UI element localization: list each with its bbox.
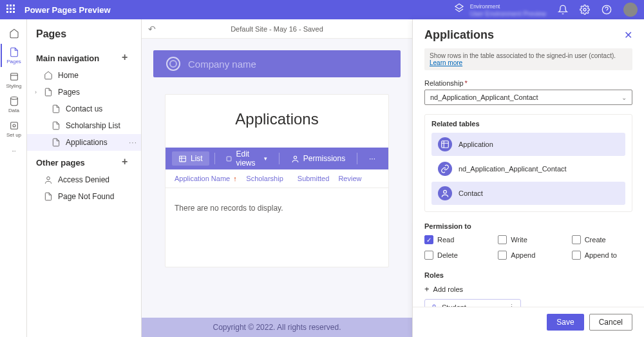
company-logo-icon <box>166 57 180 71</box>
perm-create[interactable]: Create <box>572 235 632 244</box>
learn-more-link[interactable]: Learn more <box>430 59 462 66</box>
perm-append[interactable]: Append <box>498 251 558 260</box>
toolbar-permissions[interactable]: Permissions <box>285 151 352 166</box>
toolbar-more[interactable]: ··· <box>363 151 382 166</box>
user-avatar[interactable] <box>623 3 638 17</box>
side-heading: Pages <box>27 19 141 46</box>
info-bar: Show rows in the table associated to the… <box>424 48 632 70</box>
table-permission-panel: Applications ✕ Show rows in the table as… <box>412 19 644 337</box>
svg-point-0 <box>583 8 586 11</box>
svg-rect-10 <box>442 141 449 148</box>
rail-setup[interactable]: Set up <box>1 117 26 140</box>
environment-picker[interactable]: Environment User Environment Preview <box>454 3 546 17</box>
help-icon[interactable] <box>601 5 612 15</box>
svg-point-3 <box>10 97 17 99</box>
panel-title: Applications <box>424 28 494 42</box>
nav-applications[interactable]: Applications··· <box>27 134 141 151</box>
add-other-page-icon[interactable] <box>122 157 132 168</box>
cancel-button[interactable]: Cancel <box>589 314 632 331</box>
undo-icon[interactable]: ↶ <box>148 24 156 34</box>
related-link[interactable]: nd_Application_Applicant_Contact <box>431 157 625 180</box>
svg-point-9 <box>294 156 296 159</box>
rail-more[interactable]: ··· <box>1 142 26 160</box>
nav-contact[interactable]: Contact us <box>27 101 141 117</box>
perm-delete[interactable]: Delete <box>424 251 485 260</box>
perm-appendto[interactable]: Append to <box>572 251 632 260</box>
side-section-other: Other pages <box>27 151 141 171</box>
perm-read[interactable]: ✓Read <box>424 235 485 244</box>
app-title: Power Pages Preview <box>24 5 111 15</box>
permission-heading: Permission to <box>424 222 632 230</box>
nav-access-denied[interactable]: Access Denied <box>27 171 141 188</box>
toolbar-list[interactable]: List <box>172 151 209 166</box>
breadcrumb: Default Site - May 16 - Saved <box>231 25 323 33</box>
table-empty: There are no records to display. <box>166 188 388 228</box>
svg-point-5 <box>13 124 15 127</box>
nav-pages[interactable]: ›Pages <box>27 84 141 101</box>
chevron-right-icon: › <box>35 89 37 95</box>
table-header: Application Name ↑ Scholarship Submitted… <box>166 169 388 188</box>
nav-not-found[interactable]: Page Not Found <box>27 188 141 205</box>
relationship-label: Relationship* <box>424 79 632 87</box>
env-name: User Environment Preview <box>470 10 546 17</box>
sort-asc-icon[interactable]: ↑ <box>233 175 237 182</box>
company-name: Company name <box>188 59 256 70</box>
perm-write[interactable]: Write <box>498 235 558 244</box>
toolbar-edit-views[interactable]: Edit views▾ <box>220 147 274 170</box>
add-page-icon[interactable] <box>122 53 132 63</box>
related-contact[interactable]: Contact <box>431 182 625 205</box>
svg-point-6 <box>47 177 50 180</box>
side-section-main: Main navigation <box>27 46 141 67</box>
related-tables-heading: Related tables <box>431 120 625 128</box>
env-label: Environment <box>470 3 500 10</box>
svg-rect-8 <box>227 157 232 161</box>
svg-point-11 <box>444 190 447 193</box>
rail-styling[interactable]: Styling <box>1 68 26 91</box>
nav-home[interactable]: Home <box>27 67 141 84</box>
rail-data[interactable]: Data <box>1 93 26 116</box>
settings-icon[interactable] <box>580 5 590 15</box>
page-title: Applications <box>166 95 388 148</box>
relationship-select[interactable]: nd_Application_Applicant_Contact⌄ <box>424 90 632 105</box>
rail-home[interactable] <box>1 24 26 43</box>
rail-pages[interactable]: Pages <box>1 44 26 67</box>
panel-close-icon[interactable]: ✕ <box>624 29 632 41</box>
related-tables-box: Related tables Application nd_Applicatio… <box>424 114 632 212</box>
roles-heading: Roles <box>424 271 632 279</box>
chevron-down-icon: ⌄ <box>621 94 627 101</box>
notifications-icon[interactable] <box>558 5 568 15</box>
chevron-down-icon: ▾ <box>264 155 267 162</box>
add-roles-button[interactable]: Add roles <box>424 284 632 294</box>
company-banner: Company name <box>153 50 401 77</box>
nav-scholarship[interactable]: Scholarship List <box>27 117 141 134</box>
svg-rect-7 <box>180 156 186 162</box>
app-launcher-icon[interactable] <box>6 5 17 15</box>
related-application[interactable]: Application <box>431 133 625 156</box>
page-footer: Copyright © 2022. All rights reserved. <box>142 318 412 337</box>
more-icon[interactable]: ··· <box>129 138 137 147</box>
role-chip-student[interactable]: Student ⋮ <box>424 299 521 307</box>
save-button[interactable]: Save <box>547 314 583 331</box>
svg-rect-2 <box>10 73 17 80</box>
svg-rect-4 <box>10 122 17 129</box>
